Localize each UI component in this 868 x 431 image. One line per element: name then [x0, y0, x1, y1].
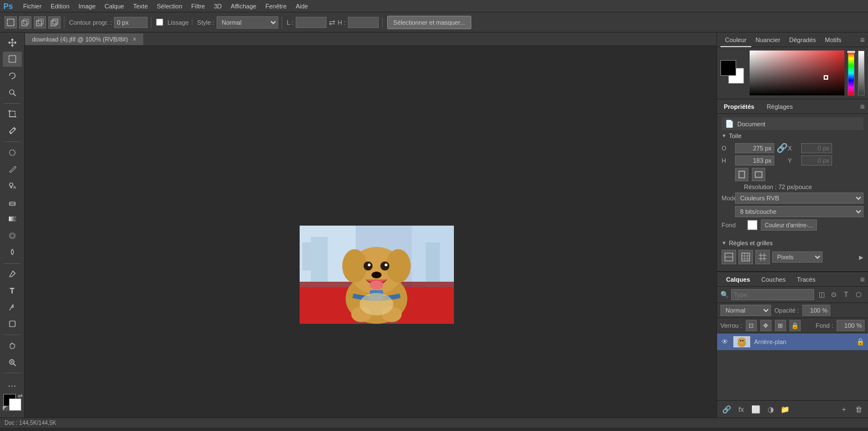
color-gradient-picker[interactable] [750, 51, 844, 95]
select-add-icon[interactable] [34, 16, 46, 29]
opacity-slider[interactable] [858, 51, 865, 95]
tab-proprietes[interactable]: Propriétés [720, 99, 757, 114]
shape-tool[interactable] [3, 316, 22, 332]
h-input[interactable] [735, 155, 774, 166]
swap-colors-icon[interactable]: ⇄ [18, 393, 22, 399]
pen-tool[interactable] [3, 266, 22, 282]
bits-select[interactable]: 8 bits/couche 16 bits/couche 32 bits/cou… [735, 206, 864, 217]
clone-stamp-tool[interactable] [3, 178, 22, 194]
lasso-tool[interactable] [3, 68, 22, 84]
tab-reglages[interactable]: Réglages [763, 99, 796, 114]
canvas-content[interactable] [25, 46, 717, 418]
style-select[interactable]: Normal Rapport L/H fixe Taille fixe [217, 16, 278, 29]
fond-color-swatch[interactable] [747, 220, 757, 230]
lock-move-icon[interactable]: ✥ [760, 320, 771, 331]
contour-input[interactable] [114, 17, 148, 28]
select-intersect-icon[interactable] [48, 16, 61, 29]
menu-aide[interactable]: Aide [291, 0, 313, 12]
color-panel-options-icon[interactable]: ≡ [860, 35, 865, 44]
gradient-tool[interactable] [3, 212, 22, 227]
regles-section-header[interactable]: ▼ Règles et grilles [722, 240, 864, 246]
tab-nuancier[interactable]: Nuancier [751, 33, 785, 47]
tab-calques[interactable]: Calques [720, 272, 756, 287]
units-select[interactable]: Pixels Centimètres Pouces [772, 251, 823, 263]
menu-fenetre[interactable]: Fenêtre [261, 0, 291, 12]
menu-edition[interactable]: Edition [46, 0, 74, 12]
layer-adjustment-button[interactable]: ◑ [764, 403, 777, 415]
l-input[interactable] [296, 17, 327, 28]
blur-tool[interactable] [3, 228, 22, 244]
tab-couleur[interactable]: Couleur [720, 33, 751, 47]
lock-all-icon[interactable]: 🔒 [789, 320, 801, 331]
fond-layers-input[interactable] [837, 320, 865, 331]
menu-texte[interactable]: Texte [128, 0, 152, 12]
h-input[interactable] [348, 17, 379, 28]
grid-type-2-icon[interactable] [738, 250, 753, 264]
lock-pixels-icon[interactable]: ⊡ [746, 320, 757, 331]
menu-3d[interactable]: 3D [209, 0, 226, 12]
crop-tool[interactable] [3, 107, 22, 122]
eraser-tool[interactable] [3, 195, 22, 210]
grid-type-1-icon[interactable] [722, 250, 736, 264]
layer-link-button[interactable]: 🔗 [720, 403, 733, 415]
layer-visibility-icon[interactable]: 👁 [720, 337, 729, 346]
menu-affichage[interactable]: Affichage [226, 0, 261, 12]
fond-color-button[interactable]: Couleur d'arrière-... [761, 219, 817, 231]
path-select-tool[interactable] [3, 300, 22, 315]
hand-tool[interactable] [3, 338, 22, 354]
filter-adjust-icon[interactable]: ⊙ [829, 290, 839, 300]
layer-mask-button[interactable]: ⬜ [750, 403, 762, 415]
lock-artboard-icon[interactable]: ⊞ [775, 320, 786, 331]
dodge-tool[interactable] [3, 245, 22, 260]
opacity-input[interactable] [802, 305, 830, 316]
landscape-icon[interactable] [752, 168, 765, 181]
regles-collapse-icon[interactable]: ▶ [859, 254, 864, 260]
y-input[interactable] [801, 155, 832, 166]
props-panel-options-icon[interactable]: ≡ [860, 102, 865, 111]
filter-shape-icon[interactable]: ⬡ [853, 290, 864, 300]
patch-tool[interactable] [3, 145, 22, 161]
layers-type-input[interactable] [731, 289, 814, 300]
layer-delete-button[interactable]: 🗑 [852, 403, 865, 415]
filter-smart-icon[interactable]: ⊛ [866, 290, 868, 300]
document-tab[interactable]: download (4).jfif @ 100% (RVB/8#) × [25, 33, 144, 45]
x-input[interactable] [801, 143, 832, 153]
more-tools[interactable]: … [3, 376, 22, 392]
tab-degrades[interactable]: Dégradés [785, 33, 821, 47]
quick-select-tool[interactable] [3, 85, 22, 100]
blend-mode-select[interactable]: Normal Dissolution Obscurcir Multiplier [720, 305, 771, 316]
tab-close-btn[interactable]: × [132, 35, 136, 43]
hue-slider[interactable] [848, 51, 855, 95]
menu-selection[interactable]: Sélection [153, 0, 187, 12]
menu-fichier[interactable]: Fichier [19, 0, 46, 12]
tab-motifs[interactable]: Motifs [820, 33, 846, 47]
layer-item-background[interactable]: 👁 Arrière-plan 🔒 [717, 333, 868, 351]
menu-filtre[interactable]: Filtre [187, 0, 209, 12]
eyedropper-tool[interactable] [3, 123, 22, 139]
filter-text-icon[interactable]: T [841, 290, 851, 300]
lissage-checkbox[interactable] [156, 19, 163, 26]
menu-calque[interactable]: Calque [100, 0, 128, 12]
grid-type-3-icon[interactable] [755, 250, 770, 264]
menu-image[interactable]: Image [74, 0, 100, 12]
layer-effects-button[interactable]: fx [735, 403, 747, 415]
text-tool[interactable]: T [3, 283, 22, 299]
tab-couches[interactable]: Couches [756, 272, 791, 287]
portrait-icon[interactable] [735, 168, 748, 181]
layers-panel-options-icon[interactable]: ≡ [860, 275, 865, 284]
mode-select[interactable]: Couleurs RVB CMJN Niveaux de gris [735, 192, 864, 204]
move-tool[interactable] [3, 35, 22, 51]
select-mask-button[interactable]: Sélectionner et masquer... [387, 16, 471, 29]
layer-new-button[interactable]: + [838, 403, 850, 415]
background-color[interactable] [9, 398, 21, 411]
rect-select-icon[interactable] [4, 16, 17, 29]
o-input[interactable] [735, 143, 774, 153]
zoom-tool[interactable] [3, 355, 22, 370]
filter-pixel-icon[interactable]: ◫ [816, 290, 826, 300]
swap-icon[interactable]: ⇄ [329, 18, 336, 27]
select-subtract-icon[interactable] [19, 16, 31, 29]
tab-traces[interactable]: Tracés [791, 272, 821, 287]
foreground-swatch[interactable] [720, 60, 736, 76]
rect-marquee-tool[interactable] [3, 52, 22, 67]
brush-tool[interactable] [3, 162, 22, 177]
